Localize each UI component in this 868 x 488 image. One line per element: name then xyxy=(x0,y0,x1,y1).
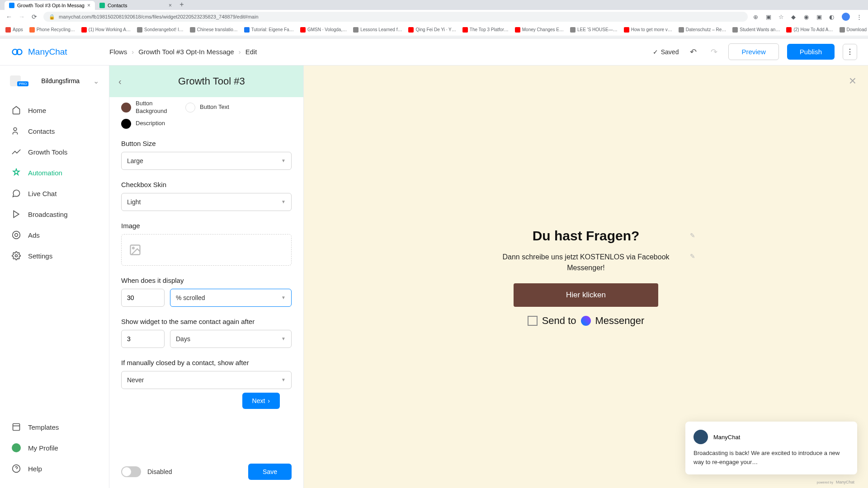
ext-icon[interactable]: ◆ xyxy=(791,14,797,20)
crumb-tool[interactable]: Growth Tool #3 Opt-In Message xyxy=(138,48,234,56)
zoom-icon[interactable]: ⊕ xyxy=(753,14,760,20)
sidebar-item-templates[interactable]: Templates xyxy=(0,417,109,437)
bookmark-item[interactable]: Sonderangebot! I… xyxy=(137,27,184,33)
publish-button[interactable]: Publish xyxy=(787,44,835,60)
share-icon[interactable]: ▣ xyxy=(766,14,772,20)
ext-icon[interactable]: ◉ xyxy=(804,14,810,20)
target-icon xyxy=(12,230,21,239)
sidebar-item-contacts[interactable]: Contacts xyxy=(0,121,109,141)
color-row: Button Background Button Text xyxy=(121,100,292,115)
preview-button[interactable]: Preview xyxy=(728,43,778,60)
browser-tab-active[interactable]: Growth Tool #3 Opt-In Messag × xyxy=(5,1,95,10)
tab-close-icon[interactable]: × xyxy=(169,2,172,9)
logo[interactable]: ManyChat xyxy=(11,46,109,58)
bookmark-item[interactable]: (1) How Working A… xyxy=(81,27,131,33)
star-icon[interactable]: ☆ xyxy=(778,14,785,20)
powered-by: powered by ManyChat xyxy=(817,480,854,484)
sidebar-item-profile[interactable]: My Profile xyxy=(0,437,109,458)
checkbox-skin-select[interactable]: Light ▼ xyxy=(121,193,292,211)
org-name: Bildungsfirma xyxy=(41,77,80,84)
avatar-icon[interactable] xyxy=(842,13,850,21)
display-unit-select[interactable]: % scrolled ▼ xyxy=(170,289,292,307)
bookmark-item[interactable]: Download - Cooki… xyxy=(840,27,868,33)
manual-select[interactable]: Never ▼ xyxy=(121,371,292,389)
tab-close-icon[interactable]: × xyxy=(87,2,90,9)
send-to-messenger[interactable]: Send to Messenger xyxy=(491,315,681,327)
edit-icon[interactable]: ✎ xyxy=(690,253,695,260)
sidebar-item-help[interactable]: Help xyxy=(0,458,109,479)
lock-icon: 🔒 xyxy=(49,14,55,20)
bookmark-item[interactable]: GMSN · Vologda,… xyxy=(300,27,347,33)
crumb-edit: Edit xyxy=(245,48,257,56)
color-btn-text[interactable]: Button Text xyxy=(185,100,229,115)
next-button[interactable]: Next › xyxy=(242,393,280,409)
again-unit-select[interactable]: Days ▼ xyxy=(170,330,292,348)
sidebar-item-livechat[interactable]: Live Chat xyxy=(0,183,109,204)
bookmark-item[interactable]: (2) How To Add A… xyxy=(786,27,833,33)
sidebar-item-ads[interactable]: Ads xyxy=(0,225,109,245)
main: PRO Bildungsfirma ⌄ Home Contacts Growth… xyxy=(0,66,868,488)
topbar: ManyChat Flows › Growth Tool #3 Opt-In M… xyxy=(0,38,868,66)
bookmark-item[interactable]: How to get more v… xyxy=(624,27,672,33)
notification-popup[interactable]: ManyChat Broadcasting is back! We are ex… xyxy=(685,422,857,474)
bookmark-item[interactable]: Tutorial: Eigene Fa… xyxy=(244,27,294,33)
bookmark-item[interactable]: The Top 3 Platfor… xyxy=(462,27,509,33)
close-icon[interactable]: × xyxy=(849,74,856,88)
panel-body[interactable]: Button Background Button Text Descriptio… xyxy=(109,97,303,455)
sidebar-item-automation[interactable]: Automation xyxy=(0,162,109,183)
widget-cta-button[interactable]: Hier klicken xyxy=(514,283,658,307)
edit-icon[interactable]: ✎ xyxy=(690,232,695,239)
chevron-down-icon: ⌄ xyxy=(93,77,99,85)
menu-icon[interactable]: ⋮ xyxy=(856,14,863,20)
apps-button[interactable]: Apps xyxy=(5,27,23,33)
undo-icon[interactable]: ↶ xyxy=(687,46,699,58)
image-upload[interactable] xyxy=(121,234,292,266)
bookmark-item[interactable]: Chinese translatio… xyxy=(190,27,238,33)
button-size-label: Button Size xyxy=(121,140,292,147)
widget-description[interactable]: Dann schreibe uns jetzt KOSTENLOS via Fa… xyxy=(491,252,681,273)
bookmark-item[interactable]: Student Wants an… xyxy=(732,27,780,33)
sidebar-item-broadcasting[interactable]: Broadcasting xyxy=(0,204,109,225)
org-selector[interactable]: PRO Bildungsfirma ⌄ xyxy=(0,71,109,91)
sidebar-item-settings[interactable]: Settings xyxy=(0,245,109,266)
display-value-input[interactable] xyxy=(121,289,165,307)
ext-icon[interactable]: ◐ xyxy=(829,14,835,20)
bookmark-item[interactable]: Phone Recycling… xyxy=(29,27,75,33)
svg-point-5 xyxy=(15,234,18,237)
redo-icon[interactable]: ↷ xyxy=(708,46,720,58)
save-button[interactable]: Save xyxy=(248,464,292,480)
check-icon: ✓ xyxy=(653,48,658,56)
gear-icon xyxy=(12,251,21,260)
enabled-toggle[interactable] xyxy=(121,466,141,477)
back-icon[interactable]: ‹ xyxy=(118,76,122,87)
chevron-right-icon: › xyxy=(268,397,270,404)
new-tab-button[interactable]: + xyxy=(176,0,187,10)
home-icon xyxy=(12,106,21,115)
bookmark-item[interactable]: LEE 'S HOUSE—… xyxy=(570,27,618,33)
color-btn-bg[interactable]: Button Background xyxy=(121,100,173,115)
chat-icon xyxy=(12,189,21,198)
bookmark-item[interactable]: Lessons Learned f… xyxy=(353,27,402,33)
sidebar-item-growth[interactable]: Growth Tools xyxy=(0,141,109,162)
url-text: manychat.com/fb198150208192061​8/cms/fil… xyxy=(59,14,259,19)
color-desc[interactable]: Description xyxy=(121,119,165,129)
bookmark-item[interactable]: Datenschutz – Re… xyxy=(679,27,726,33)
manual-label: If manually closed by a contact, show af… xyxy=(121,359,292,366)
ext-icon[interactable]: ▣ xyxy=(816,14,823,20)
back-icon[interactable]: ← xyxy=(5,13,13,20)
notif-name: ManyChat xyxy=(713,434,740,441)
button-size-select[interactable]: Large ▼ xyxy=(121,152,292,170)
bookmark-item[interactable]: Money Changes E… xyxy=(515,27,564,33)
checkbox[interactable] xyxy=(528,316,538,326)
address-bar[interactable]: 🔒 manychat.com/fb198150208192061​8/cms/f… xyxy=(43,12,748,22)
browser-tab[interactable]: Contacts × xyxy=(95,1,176,10)
tab-favicon xyxy=(99,3,105,8)
more-button[interactable]: ⋮ xyxy=(843,44,857,60)
forward-icon[interactable]: → xyxy=(18,13,25,20)
widget-title[interactable]: Du hast Fragen? xyxy=(491,228,681,244)
reload-icon[interactable]: ⟳ xyxy=(31,13,38,20)
again-value-input[interactable] xyxy=(121,330,165,348)
sidebar-item-home[interactable]: Home xyxy=(0,100,109,121)
bookmark-item[interactable]: Qing Fei De Yi · Y… xyxy=(408,27,456,33)
crumb-flows[interactable]: Flows xyxy=(109,48,127,56)
